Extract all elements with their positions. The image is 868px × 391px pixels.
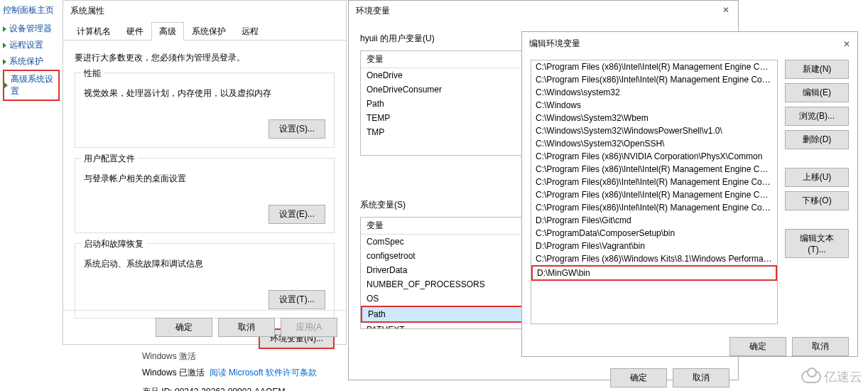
path-item[interactable]: D:\Program Files\Vagrant\bin bbox=[531, 240, 777, 252]
activation-status: Windows 已激活 bbox=[142, 368, 205, 377]
dialog-title: 系统属性 bbox=[63, 1, 346, 21]
profiles-settings-button[interactable]: 设置(E)... bbox=[268, 205, 325, 224]
env-ok-button[interactable]: 确定 bbox=[610, 368, 667, 387]
system-properties-dialog: 系统属性 计算机名 硬件 高级 系统保护 远程 要进行大多数更改，您必须作为管理… bbox=[63, 0, 347, 345]
license-terms-link[interactable]: 阅读 Microsoft 软件许可条款 bbox=[210, 368, 317, 377]
group-desc: 与登录帐户相关的桌面设置 bbox=[84, 173, 325, 185]
nav-item-device-manager[interactable]: 设备管理器 bbox=[3, 21, 60, 37]
nav-item-label: 远程设置 bbox=[9, 39, 43, 51]
chevron-right-icon bbox=[3, 59, 6, 65]
tab-strip: 计算机名 硬件 高级 系统保护 远程 bbox=[63, 21, 346, 41]
chevron-right-icon bbox=[3, 26, 6, 32]
cloud-icon bbox=[801, 370, 821, 383]
nav-item-label: 系统保护 bbox=[9, 55, 43, 68]
path-item[interactable]: D:\Program Files\Git\cmd bbox=[531, 214, 777, 227]
tab-advanced[interactable]: 高级 bbox=[151, 22, 184, 41]
group-desc: 视觉效果，处理器计划，内存使用，以及虚拟内存 bbox=[84, 87, 325, 100]
path-item[interactable]: C:\Program Files (x86)\Intel\Intel(R) Ma… bbox=[531, 163, 777, 176]
path-item[interactable]: C:\Windows\System32\WindowsPowerShell\v1… bbox=[531, 124, 777, 137]
dialog-footer: 确定 取消 应用(A bbox=[63, 310, 346, 344]
nav-item-label: 设备管理器 bbox=[9, 23, 52, 35]
tab-computer-name[interactable]: 计算机名 bbox=[69, 22, 119, 41]
performance-settings-button[interactable]: 设置(S)... bbox=[268, 119, 325, 139]
dialog-title: 编辑环境变量 bbox=[529, 38, 580, 50]
cell-var-name: OS bbox=[361, 291, 528, 306]
cell-var-name: OneDrive bbox=[361, 68, 528, 82]
nav-item-protection[interactable]: 系统保护 bbox=[3, 53, 60, 70]
control-panel-nav: 控制面板主页 设备管理器 远程设置 系统保护 高级系统设置 bbox=[0, 0, 63, 105]
edit-ok-button[interactable]: 确定 bbox=[729, 337, 786, 356]
ok-button[interactable]: 确定 bbox=[156, 318, 212, 337]
path-item[interactable]: C:\Program Files(x86)\Intel\Intel(R) Man… bbox=[531, 176, 777, 188]
path-item[interactable]: C:\Windows\System32\OpenSSH\ bbox=[531, 137, 777, 150]
path-item[interactable]: C:\Program Files (x86)\Windows Kits\8.1\… bbox=[531, 252, 777, 265]
path-item[interactable]: C:\Program Files (x86)\Intel\Intel(R) Ma… bbox=[531, 188, 777, 201]
nav-item-advanced[interactable]: 高级系统设置 bbox=[3, 70, 60, 101]
column-header-variable[interactable]: 变量 bbox=[361, 51, 528, 68]
path-move-up-button[interactable]: 上移(U) bbox=[785, 168, 849, 187]
path-move-down-button[interactable]: 下移(O) bbox=[785, 191, 849, 210]
nav-home[interactable]: 控制面板主页 bbox=[3, 4, 60, 16]
dialog-title: 环境变量 bbox=[349, 1, 738, 21]
close-icon[interactable]: ✕ bbox=[843, 39, 850, 49]
apply-button[interactable]: 应用(A bbox=[281, 318, 337, 337]
path-browse-button[interactable]: 浏览(B)... bbox=[785, 107, 849, 126]
cell-var-name: OneDriveConsumer bbox=[361, 82, 528, 97]
path-item[interactable]: D:\MinGW\bin bbox=[531, 265, 777, 281]
cell-var-name: DriverData bbox=[361, 263, 528, 277]
activation-section: Windows 激活 Windows 已激活 阅读 Microsoft 软件许可… bbox=[142, 350, 317, 391]
cell-var-name: ComSpec bbox=[361, 235, 528, 249]
path-item[interactable]: C:\Windows\system32 bbox=[531, 86, 777, 99]
path-delete-button[interactable]: 删除(D) bbox=[785, 130, 849, 149]
cell-var-name: Path bbox=[361, 97, 528, 111]
group-legend: 启动和故障恢复 bbox=[81, 238, 146, 250]
cell-var-name: Path bbox=[361, 306, 528, 323]
cell-var-name: NUMBER_OF_PROCESSORS bbox=[361, 277, 528, 291]
brand-logo: 亿速云 bbox=[801, 368, 862, 385]
edit-environment-variable-dialog: 编辑环境变量 ✕ C:\Program Files (x86)\Intel\In… bbox=[521, 31, 858, 357]
tab-hardware[interactable]: 硬件 bbox=[119, 22, 151, 41]
performance-group: 性能 视觉效果，处理器计划，内存使用，以及虚拟内存 设置(S)... bbox=[75, 73, 335, 148]
path-new-button[interactable]: 新建(N) bbox=[785, 60, 849, 79]
path-item[interactable]: C:\Program Files (x86)\NVIDIA Corporatio… bbox=[531, 150, 777, 163]
path-item[interactable]: C:\Windows bbox=[531, 99, 777, 112]
edit-side-buttons: 新建(N) 编辑(E) 浏览(B)... 删除(D) 上移(U) 下移(O) 编… bbox=[785, 60, 849, 324]
env-cancel-button[interactable]: 取消 bbox=[673, 368, 729, 387]
edit-cancel-button[interactable]: 取消 bbox=[792, 337, 849, 356]
product-id: 产品 ID: 00342-30262-00002-AAOEM bbox=[142, 386, 317, 391]
path-item[interactable]: C:\Windows\System32\Wbem bbox=[531, 112, 777, 124]
group-legend: 用户配置文件 bbox=[81, 153, 138, 165]
brand-name: 亿速云 bbox=[824, 368, 862, 385]
path-item[interactable]: C:\Program Files(x86)\Intel\Intel(R) Man… bbox=[531, 201, 777, 214]
cell-var-name: PATHEXT bbox=[361, 323, 528, 329]
path-item[interactable]: C:\ProgramData\ComposerSetup\bin bbox=[531, 227, 777, 240]
user-profiles-group: 用户配置文件 与登录帐户相关的桌面设置 设置(E)... bbox=[75, 158, 335, 233]
path-edit-text-button[interactable]: 编辑文本(T)... bbox=[785, 229, 849, 258]
nav-item-label: 高级系统设置 bbox=[11, 73, 58, 97]
group-desc: 系统启动、系统故障和调试信息 bbox=[84, 258, 325, 270]
cell-var-name: TMP bbox=[361, 125, 528, 139]
tab-remote[interactable]: 远程 bbox=[234, 22, 266, 41]
path-list[interactable]: C:\Program Files (x86)\Intel\Intel(R) Ma… bbox=[531, 60, 778, 324]
admin-info: 要进行大多数更改，您必须作为管理员登录。 bbox=[75, 52, 335, 64]
close-icon[interactable]: ✕ bbox=[718, 5, 734, 18]
path-item[interactable]: C:\Program Files(x86)\Intel\Intel(R) Man… bbox=[531, 73, 777, 86]
path-edit-button[interactable]: 编辑(E) bbox=[785, 83, 849, 102]
tab-system-protection[interactable]: 系统保护 bbox=[184, 22, 234, 41]
cell-var-name: configsetroot bbox=[361, 249, 528, 263]
chevron-right-icon bbox=[3, 43, 6, 48]
column-header-variable[interactable]: 变量 bbox=[361, 218, 528, 234]
activation-heading: Windows 激活 bbox=[142, 350, 317, 363]
nav-item-remote[interactable]: 远程设置 bbox=[3, 37, 60, 53]
path-item[interactable]: C:\Program Files (x86)\Intel\Intel(R) Ma… bbox=[531, 60, 777, 73]
cell-var-name: TEMP bbox=[361, 111, 528, 125]
startup-settings-button[interactable]: 设置(T)... bbox=[268, 290, 325, 309]
cancel-button[interactable]: 取消 bbox=[218, 318, 275, 337]
group-legend: 性能 bbox=[81, 68, 104, 80]
chevron-right-icon bbox=[4, 82, 8, 88]
startup-group: 启动和故障恢复 系统启动、系统故障和调试信息 设置(T)... bbox=[75, 243, 335, 318]
